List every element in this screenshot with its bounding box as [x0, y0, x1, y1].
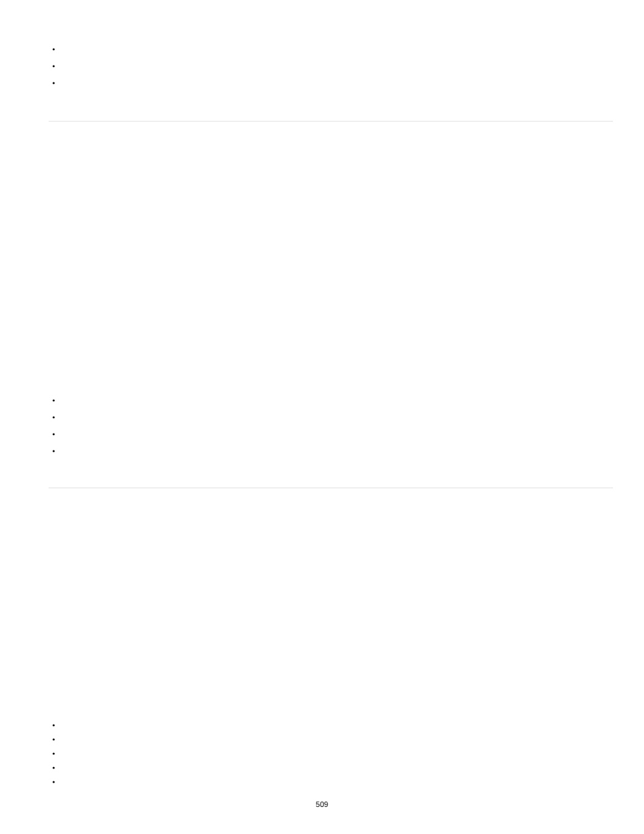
document-content [49, 0, 613, 789]
list-item [49, 409, 613, 425]
bullet-list-2 [49, 392, 613, 459]
page-number: 509 [316, 800, 328, 808]
list-item [49, 74, 613, 91]
bullet-list-1 [49, 41, 613, 91]
list-item [49, 732, 613, 746]
list-item [49, 41, 613, 57]
list-item [49, 760, 613, 775]
list-item [49, 746, 613, 760]
list-item [49, 392, 613, 409]
list-item [49, 425, 613, 442]
divider [49, 488, 613, 488]
list-item [49, 718, 613, 732]
list-item [49, 775, 613, 789]
divider [49, 121, 613, 122]
list-item [49, 57, 613, 74]
list-item [49, 442, 613, 459]
bullet-list-3 [49, 718, 613, 789]
